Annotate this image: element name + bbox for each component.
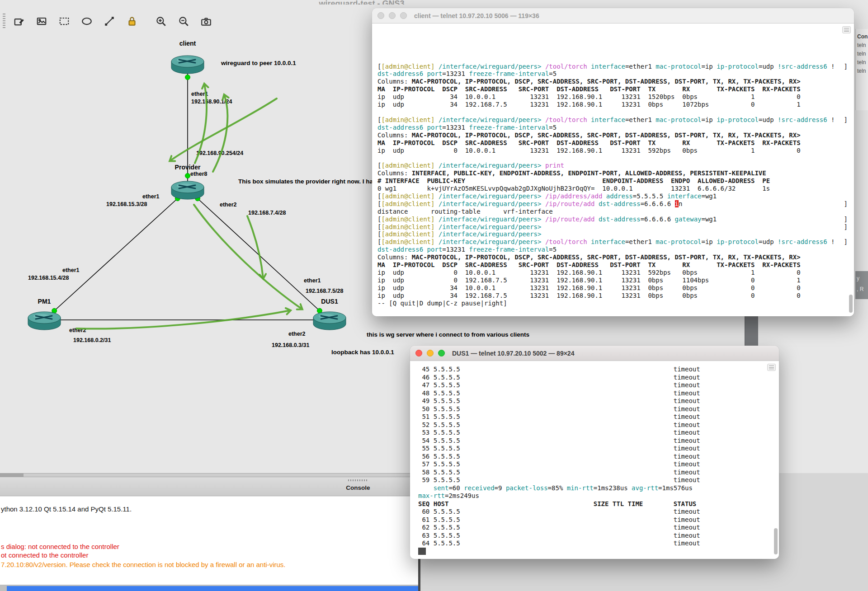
terminal-line: 59 5.5.5.5 timeout (418, 476, 771, 484)
terminal-line (377, 32, 849, 40)
terminal-line: dst-address6 port=13231 freeze-frame-int… (377, 246, 849, 253)
interface-label[interactable]: ether1 (62, 267, 80, 273)
terminal-line: [[admin@client] /interface/wireguard/pee… (377, 238, 849, 246)
terminal-line: 58 5.5.5.5 timeout (418, 469, 771, 477)
terminal-window-client[interactable]: client — telnet 10.97.20.10 5006 — 119×3… (372, 8, 854, 316)
terminal-line: MA IP-PROTOCOL DSCP SRC-ADDRESS SRC-PORT… (377, 85, 849, 93)
interface-label[interactable]: ether1 (304, 277, 321, 284)
terminal-line: Columns: MAC-PROTOCOL, IP-PROTOCOL, DSCP… (377, 253, 849, 261)
console-error-line: ot connected to the controller (1, 551, 88, 559)
dock-divider-handle[interactable] (24, 474, 416, 477)
scrollbar-thumb[interactable] (849, 295, 853, 313)
console-panel-title: Console (344, 484, 373, 491)
console-panel-header[interactable]: Console (0, 477, 418, 496)
ellipse-icon (81, 15, 93, 27)
bottom-blue-bar (7, 586, 418, 591)
close-button[interactable] (377, 12, 384, 19)
close-button[interactable] (415, 350, 422, 356)
link-provider-pm1[interactable] (44, 189, 188, 320)
drawn-arrow[interactable] (247, 216, 263, 278)
note-text[interactable]: This box simulates the provider right no… (238, 178, 373, 185)
insert-image-button[interactable] (32, 12, 52, 31)
note-text[interactable]: this is wg server where i connect to fro… (367, 331, 529, 338)
interface-label[interactable]: ether1 (142, 193, 160, 200)
interface-label[interactable]: ether2 (288, 331, 306, 337)
add-note-button[interactable] (9, 12, 29, 31)
toolbar-separator (145, 19, 148, 23)
interface-label[interactable]: 192.168.15.3/28 (106, 201, 147, 207)
clipped-text-fragment: teln (857, 41, 867, 50)
terminal-content-dus1[interactable]: 45 5.5.5.5 timeout 46 5.5.5.5 timeout 47… (410, 361, 779, 559)
minimize-button[interactable] (389, 12, 396, 19)
terminal-line: 57 5.5.5.5 timeout (418, 460, 771, 469)
minimize-button[interactable] (427, 350, 434, 356)
drawn-arrow[interactable] (194, 205, 302, 309)
interface-label[interactable]: 192.168.15.4/28 (28, 275, 69, 281)
node-label[interactable]: PM1 (38, 298, 51, 305)
terminal-settings-icon[interactable] (767, 364, 776, 371)
terminal-line: ip udp 34 192.168.7.5 13231 192.168.90.1… (377, 292, 849, 300)
node-label[interactable]: Provider (175, 164, 201, 171)
zoom-button[interactable] (438, 350, 445, 356)
background-window-edge-2: y , R (855, 271, 868, 299)
terminal-line (377, 47, 849, 55)
terminal-line: 0 wg1 k+vjUYrAzO5mKESLvvpQqwab2gDJXgNoUj… (377, 185, 849, 192)
terminal-line: distance routing-table vrf-interface (377, 208, 849, 216)
toolbar-grip[interactable] (3, 14, 5, 29)
draw-rectangle-button[interactable] (54, 12, 74, 31)
console-drag-handle[interactable] (348, 479, 368, 481)
terminal-line: Columns: MAC-PROTOCOL, IP-PROTOCOL, DSCP… (377, 131, 849, 139)
clipped-text-fragment: teln (857, 58, 867, 67)
terminal-line (418, 548, 771, 556)
router-dus1[interactable]: DUS1 (313, 298, 346, 330)
interface-label[interactable]: 192.168.0.2/31 (73, 337, 111, 343)
note-icon (13, 15, 25, 27)
zoom-in-button[interactable] (151, 12, 171, 31)
interface-label[interactable]: 192.168.7.5/28 (306, 288, 343, 294)
terminal-line: SEQ HOST SIZE TTL TIME STATUS (418, 500, 771, 508)
terminal-window-dus1[interactable]: DUS1 — telnet 10.97.20.10 5002 — 89×24 4… (410, 346, 779, 559)
zoom-out-button[interactable] (174, 12, 193, 31)
background-window-edge: Con teln teln teln teln (855, 29, 868, 110)
terminal-line (377, 108, 849, 116)
note-text[interactable]: wireguard to peer 10.0.0.1 (221, 60, 296, 66)
terminal-settings-icon[interactable] (842, 26, 851, 33)
node-label[interactable]: client (179, 40, 196, 47)
terminal-line: 63 5.5.5.5 timeout (418, 532, 771, 540)
zoom-button[interactable] (400, 12, 407, 19)
terminal-line: 55 5.5.5.5 timeout (418, 445, 771, 453)
terminal-line: 62 5.5.5.5 timeout (418, 524, 771, 532)
console-panel: Console ython 3.12.10 Qt 5.15.14 and PyQ… (0, 477, 418, 585)
terminal-content-client[interactable]: [[admin@client] /interface/wireguard/pee… (372, 23, 854, 316)
router-client[interactable]: client (171, 40, 204, 74)
interface-label[interactable]: 192.168.7.4/28 (248, 210, 286, 216)
interface-label[interactable]: 192.168.0.3/31 (272, 342, 309, 348)
screenshot-button[interactable] (196, 12, 216, 31)
terminal-line: 51 5.5.5.5 timeout (418, 413, 771, 421)
terminal-line: 56 5.5.5.5 timeout (418, 453, 771, 461)
terminal-line: ip udp 34 10.0.0.1 13231 192.168.90.1 13… (377, 93, 849, 101)
line-icon (104, 15, 115, 27)
terminal-titlebar-dus1[interactable]: DUS1 — telnet 10.97.20.10 5002 — 89×24 (410, 346, 779, 361)
console-output[interactable]: ython 3.12.10 Qt 5.15.14 and PyQt 5.15.1… (0, 497, 418, 585)
node-label[interactable]: DUS1 (321, 298, 338, 305)
terminal-line: 54 5.5.5.5 timeout (418, 437, 771, 445)
desktop: wireguard-test - GNS3 (0, 0, 868, 591)
terminal-line: 64 5.5.5.5 timeout (418, 539, 771, 548)
dock-divider[interactable] (0, 473, 418, 477)
selection-rectangle-icon (58, 15, 70, 27)
router-provider[interactable]: Provider (171, 164, 204, 199)
lock-items-button[interactable] (122, 12, 142, 31)
router-pm1[interactable]: PM1 (28, 298, 61, 330)
interface-label[interactable]: ether8 (190, 171, 208, 177)
note-text[interactable]: loopback has 10.0.0.1 (331, 349, 394, 356)
clipped-text-fragment: , R (857, 284, 867, 295)
scrollbar-thumb[interactable] (774, 528, 778, 554)
interface-label[interactable]: ether2 (220, 202, 237, 208)
terminal-titlebar-client[interactable]: client — telnet 10.97.20.10 5006 — 119×3… (372, 8, 854, 23)
terminal-line: ip udp 0 192.168.7.5 13231 192.168.90.1 … (377, 277, 849, 284)
draw-line-button[interactable] (99, 12, 119, 31)
draw-ellipse-button[interactable] (77, 12, 97, 31)
terminal-line: ip udp 0 10.0.0.1 13231 192.168.90.1 132… (377, 269, 849, 277)
terminal-line: [[admin@client] /interface/wireguard/pee… (377, 63, 849, 70)
